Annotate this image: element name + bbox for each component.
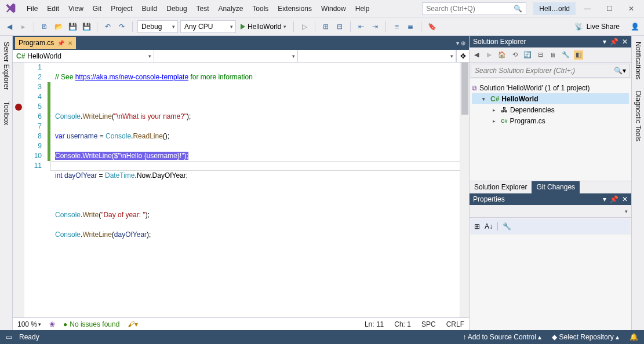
menu-tools[interactable]: Tools [248,2,273,15]
nav-back-button[interactable]: ◀ [3,21,15,32]
sync-icon[interactable]: ⟲ [510,50,519,60]
panel-menu-icon[interactable]: ▾ [603,195,606,203]
menu-project[interactable]: Project [106,2,137,15]
nav-fwd-button[interactable]: ▸ [17,21,29,32]
diagnostic-tools-tab[interactable]: Diagnostic Tools [632,85,644,147]
code-editor[interactable]: // See https://aka.ms/new-console-templa… [50,63,460,317]
menu-extensions[interactable]: Extensions [273,2,316,15]
chevron-down-icon[interactable]: ▾ [482,96,488,102]
output-icon[interactable]: ▭ [6,333,12,341]
dependencies-node[interactable]: ▸ 🖧 Dependencies [472,104,629,115]
menu-window[interactable]: Window [316,2,351,15]
start-debug-button[interactable]: HelloWorld ▾ [238,20,289,33]
menu-git[interactable]: Git [88,2,106,15]
context-member-select[interactable] [298,50,456,62]
chevron-right-icon[interactable]: ▸ [493,107,499,113]
doc-well-menu[interactable]: ▾ ⊕ [456,40,469,46]
eol-indicator[interactable]: CRLF [446,320,464,328]
start-no-debug-icon[interactable]: ▷ [299,21,310,32]
properties-dropdown[interactable]: ▾ [625,208,628,214]
preview-icon[interactable]: ◧ [574,50,583,60]
line-indicator[interactable]: Ln: 11 [365,320,384,328]
tool-icon[interactable]: ⊞ [320,21,332,32]
live-share-button[interactable]: Live Share [587,23,620,31]
properties-icon[interactable]: 🔧 [561,50,570,60]
menu-view[interactable]: View [64,2,88,15]
back-icon[interactable]: ◀ [472,50,481,60]
config-select[interactable]: Debug [137,20,178,33]
save-all-button[interactable]: 💾 [81,21,92,32]
open-button[interactable]: 📂 [53,21,64,32]
file-node-program[interactable]: ▸ C# Program.cs [472,115,629,126]
context-type-select[interactable] [154,50,298,62]
solution-search-input[interactable] [475,67,614,75]
platform-select[interactable]: Any CPU [180,20,236,33]
home-icon[interactable]: 🏠 [497,50,507,60]
select-repository[interactable]: ◆ Select Repository ▴ [552,333,619,341]
redo-button[interactable]: ↷ [116,21,128,32]
close-button[interactable]: ✕ [621,1,642,16]
col-indicator[interactable]: Ch: 1 [394,320,411,328]
issues-icon[interactable]: ❀ [49,320,55,328]
breakpoint-icon[interactable] [15,104,22,111]
panel-menu-icon[interactable]: ▾ [603,38,606,46]
pin-icon[interactable]: 📌 [610,195,618,203]
close-icon[interactable]: ✕ [68,40,72,46]
search-input[interactable] [426,5,514,13]
pin-icon[interactable]: 📌 [610,38,618,46]
bookmark-icon[interactable]: 🔖 [426,21,438,32]
collapse-icon[interactable]: ⊟ [536,50,545,60]
issues-status[interactable]: ●No issues found [63,320,119,328]
wrench-icon[interactable]: 🔧 [503,222,511,230]
uncomment-icon[interactable]: ≣ [405,21,416,32]
menu-help[interactable]: Help [351,2,374,15]
close-icon[interactable]: ✕ [622,38,628,46]
refresh-icon[interactable]: 🔄 [523,50,532,60]
add-source-control[interactable]: ↑ Add to Source Control ▴ [463,333,541,341]
paint-icon[interactable]: 🖌▾ [128,320,138,328]
indent-icon[interactable]: ⇤ [355,21,367,32]
save-button[interactable]: 💾 [67,21,78,32]
menu-test[interactable]: Test [192,2,214,15]
context-project-select[interactable]: C# HelloWorld [13,50,154,62]
server-explorer-tab[interactable]: Server Explorer [0,36,12,96]
sort-icon[interactable]: A↓ [485,222,493,230]
feedback-icon[interactable]: 👤 [629,21,641,32]
new-project-button[interactable]: 🗎 [39,21,50,32]
notifications-tab[interactable]: Notifications [632,36,644,85]
properties-grid[interactable] [470,235,631,330]
menu-file[interactable]: File [22,2,42,15]
menu-analyze[interactable]: Analyze [214,2,248,15]
zoom-select[interactable]: 100 % ▾ [17,320,41,328]
project-node[interactable]: ▾ C# HelloWorld [472,93,629,104]
play-icon [241,24,245,30]
vertical-scrollbar[interactable] [460,63,469,317]
document-tab-program[interactable]: Program.cs 📌 ✕ [15,37,76,49]
maximize-button[interactable]: ☐ [599,1,620,16]
space-indicator[interactable]: SPC [421,320,436,328]
split-button[interactable]: ✥ [456,50,469,62]
fwd-icon[interactable]: ▶ [485,50,494,60]
menu-edit[interactable]: Edit [42,2,64,15]
undo-button[interactable]: ↶ [102,21,114,32]
solution-search[interactable]: 🔍▾ [471,64,630,78]
close-icon[interactable]: ✕ [622,195,628,203]
solution-node[interactable]: ⧉ Solution 'HelloWorld' (1 of 1 project) [472,82,629,93]
notifications-icon[interactable]: 🔔 [630,333,638,341]
show-all-icon[interactable]: 🗎 [548,50,558,60]
outdent-icon[interactable]: ⇥ [369,21,381,32]
breakpoint-gutter[interactable] [13,63,24,317]
categorize-icon[interactable]: ⊞ [474,222,480,230]
git-changes-tab[interactable]: Git Changes [532,181,580,193]
menu-debug[interactable]: Debug [162,2,191,15]
solution-title-badge[interactable]: Hell…orld [533,2,576,15]
quick-launch-search[interactable]: 🔍 [422,2,526,15]
chevron-right-icon[interactable]: ▸ [493,118,499,124]
comment-icon[interactable]: ≡ [391,21,402,32]
toolbox-tab[interactable]: Toolbox [0,96,12,131]
minimize-button[interactable]: — [577,1,598,16]
pin-icon[interactable]: 📌 [57,40,64,46]
tool-icon[interactable]: ⊟ [334,21,345,32]
menu-build[interactable]: Build [137,2,162,15]
solution-explorer-tab[interactable]: Solution Explorer [470,181,532,193]
